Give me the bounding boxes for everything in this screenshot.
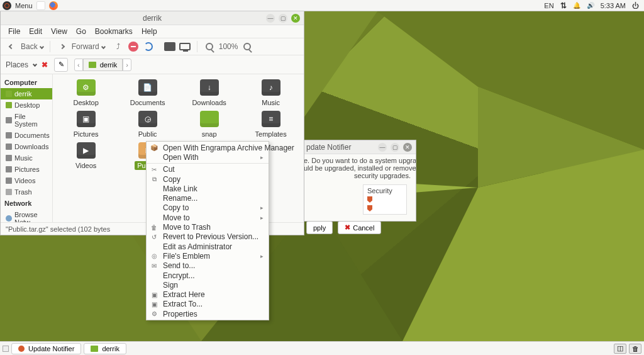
- context-menu-label: Cut: [163, 165, 264, 174]
- zoom-in-icon[interactable]: [242, 41, 253, 52]
- file-item[interactable]: 📄Documents: [117, 79, 179, 107]
- sidebar-item[interactable]: Videos: [1, 175, 52, 186]
- close-button[interactable]: ✕: [403, 143, 412, 152]
- notifications-icon[interactable]: [573, 2, 580, 9]
- file-item[interactable]: snap: [179, 111, 240, 138]
- sidebar-item[interactable]: Browse Netw...: [1, 209, 52, 222]
- volume-icon[interactable]: [587, 2, 594, 9]
- maximize-button[interactable]: ▢: [279, 14, 287, 23]
- folder-icon: [89, 62, 96, 68]
- menu-go[interactable]: Go: [72, 26, 90, 37]
- maximize-button[interactable]: ▢: [391, 143, 399, 152]
- close-sidebar-icon[interactable]: ✖: [42, 60, 48, 69]
- back-arrow-icon[interactable]: [6, 41, 17, 52]
- sidebar-item[interactable]: Trash: [1, 186, 52, 198]
- file-item[interactable]: ▶Videos: [55, 142, 117, 170]
- app-shortcut-1[interactable]: [36, 1, 45, 10]
- minimize-button[interactable]: ―: [378, 143, 387, 152]
- edit-location-button[interactable]: ✎: [54, 58, 68, 72]
- context-menu-label: Move to Trash: [163, 223, 264, 232]
- sidebar-section-network: Network: [1, 198, 52, 209]
- context-menu-item[interactable]: Edit as Administrator: [147, 242, 269, 251]
- crumb-back[interactable]: ‹: [74, 59, 83, 71]
- context-menu-item[interactable]: Make Link: [147, 184, 269, 193]
- sidebar-item[interactable]: File System: [1, 111, 52, 130]
- home-folder-icon[interactable]: [164, 41, 175, 52]
- keyboard-lang[interactable]: EN: [544, 2, 553, 9]
- network-icon[interactable]: [560, 1, 567, 10]
- file-item[interactable]: ▣Pictures: [55, 111, 117, 138]
- context-menu-item[interactable]: Open With▸: [147, 152, 269, 162]
- file-item[interactable]: ♪Music: [240, 79, 302, 107]
- sidebar-item[interactable]: Music: [1, 152, 52, 164]
- reload-button[interactable]: [143, 41, 154, 52]
- stop-button[interactable]: [128, 41, 139, 52]
- task-file-manager[interactable]: derrik: [84, 343, 126, 354]
- context-menu-item[interactable]: ◎File's Emblem▸: [147, 251, 269, 261]
- clock[interactable]: 5:33 AM: [601, 2, 626, 9]
- chevron-right-icon: ▸: [260, 154, 264, 161]
- forward-arrow-icon[interactable]: [57, 41, 68, 52]
- parent-dir-icon[interactable]: ⤴: [113, 41, 124, 52]
- power-icon[interactable]: [632, 2, 639, 9]
- computer-icon[interactable]: [179, 41, 191, 52]
- menu-file[interactable]: File: [4, 26, 24, 37]
- context-menu-item[interactable]: Copy to▸: [147, 203, 269, 213]
- context-menu-item[interactable]: Move to▸: [147, 213, 269, 222]
- sidebar-item[interactable]: Pictures: [1, 164, 52, 175]
- workspace-switcher[interactable]: ◫: [614, 344, 626, 354]
- context-menu-item[interactable]: Rename...: [147, 193, 269, 203]
- menu-view[interactable]: View: [47, 26, 71, 37]
- file-item[interactable]: ↓Downloads: [179, 79, 240, 107]
- context-menu-item[interactable]: ▣Extract Here: [147, 290, 269, 299]
- trash-icon: 🗑: [150, 223, 158, 231]
- crumb-current[interactable]: derrik: [83, 59, 123, 71]
- chevron-down-icon[interactable]: [33, 62, 37, 67]
- context-menu-label: Edit as Administrator: [163, 242, 264, 251]
- sidebar-item-label: Documents: [14, 132, 50, 139]
- context-menu-item[interactable]: ✂Cut: [147, 165, 269, 174]
- menu-button[interactable]: Menu: [15, 2, 33, 9]
- crumb-forward[interactable]: ›: [123, 59, 131, 71]
- close-button[interactable]: ✕: [291, 14, 300, 23]
- sidebar-item[interactable]: derrik: [1, 88, 52, 99]
- trash-tray[interactable]: 🗑: [629, 344, 641, 354]
- cancel-button[interactable]: ✖Cancel: [338, 221, 381, 234]
- box-icon: 📦: [150, 144, 158, 152]
- file-item[interactable]: ◶Public: [117, 111, 179, 138]
- context-menu-item[interactable]: 🗑Move to Trash: [147, 222, 269, 232]
- firefox-icon[interactable]: [49, 1, 58, 10]
- context-menu-item[interactable]: ▣Extract To...: [147, 300, 269, 309]
- zoom-out-icon[interactable]: [204, 41, 215, 52]
- blank-icon: [150, 214, 158, 222]
- context-menu-item[interactable]: ⚙Properties: [147, 309, 269, 318]
- context-menu-item[interactable]: Encrypt...: [147, 271, 269, 280]
- menu-help[interactable]: Help: [138, 26, 161, 37]
- file-item[interactable]: ≡Templates: [240, 111, 302, 138]
- context-menu-item[interactable]: ↺Revert to Previous Version...: [147, 232, 269, 242]
- apply-button[interactable]: pply: [306, 221, 333, 234]
- menu-edit[interactable]: Edit: [25, 26, 46, 37]
- distro-icon[interactable]: [3, 1, 11, 10]
- context-menu-item[interactable]: ✉Send to...: [147, 261, 269, 271]
- blank-icon: [150, 154, 158, 161]
- minimize-button[interactable]: ―: [266, 14, 275, 23]
- context-menu-item[interactable]: 📦Open With Engrampa Archive Manager: [147, 143, 269, 152]
- breadcrumb: ‹ derrik ›: [74, 59, 131, 71]
- task-update-notifier[interactable]: Update Notifier: [11, 343, 81, 354]
- file-item[interactable]: ⚙Desktop: [55, 79, 117, 107]
- sidebar-item[interactable]: Documents: [1, 130, 52, 141]
- file-label: Downloads: [189, 98, 228, 107]
- context-menu-label: File's Emblem: [163, 252, 264, 261]
- sidebar-item[interactable]: Downloads: [1, 141, 52, 152]
- show-desktop-button[interactable]: [3, 346, 9, 352]
- places-label[interactable]: Places: [6, 60, 28, 69]
- context-menu-item[interactable]: ⧉Copy: [147, 174, 269, 184]
- sidebar-item[interactable]: Desktop: [1, 99, 52, 111]
- menu-bookmarks[interactable]: Bookmarks: [91, 26, 136, 37]
- context-menu-item[interactable]: Sign: [147, 280, 269, 290]
- context-menu-label: Copy to: [163, 203, 264, 212]
- forward-button[interactable]: Forward: [72, 42, 105, 51]
- copy-icon: ⧉: [150, 176, 158, 183]
- back-button[interactable]: Back: [21, 42, 43, 51]
